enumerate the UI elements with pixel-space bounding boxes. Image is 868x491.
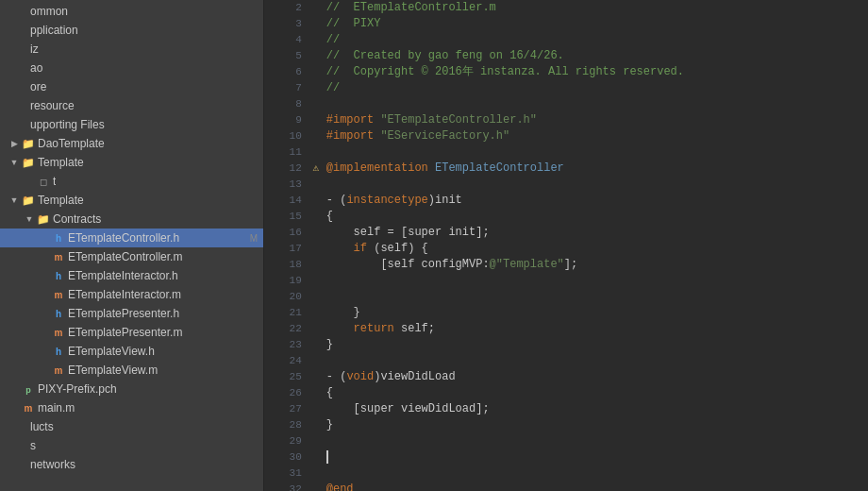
sidebar-item-template2[interactable]: ▼📁Template (0, 191, 263, 210)
line-number: 4 (264, 32, 309, 48)
code-content[interactable]: - (instancetype)init (323, 193, 868, 209)
code-line: 28} (264, 417, 868, 433)
code-content[interactable]: // Copyright © 2016年 instanza. All right… (323, 64, 868, 80)
code-content[interactable]: // PIXY (323, 16, 868, 32)
line-number: 5 (264, 48, 309, 64)
sidebar-item-common[interactable]: ommon (0, 2, 263, 21)
code-content[interactable]: self = [super init]; (323, 225, 868, 241)
sidebar-item-pixyprefixpch[interactable]: pPIXY-Prefix.pch (0, 380, 263, 398)
code-line: 21 } (264, 305, 868, 321)
line-number: 13 (264, 177, 309, 193)
warning-cell (309, 209, 323, 225)
code-content[interactable]: #import "ETemplateController.h" (323, 112, 868, 128)
code-content[interactable]: @implementation ETemplateController (323, 161, 868, 177)
code-content[interactable]: // (323, 32, 868, 48)
code-content[interactable] (323, 96, 868, 112)
sidebar-item-template1[interactable]: ▼📁Template (0, 153, 263, 172)
sidebar-item-mainm[interactable]: mmain.m (0, 398, 263, 417)
code-content[interactable]: - (void)viewDidLoad (323, 369, 868, 385)
m-icon: m (21, 403, 36, 414)
code-line: 8 (264, 96, 868, 112)
sidebar-item-etemplatectrlm[interactable]: mETemplateController.m (0, 247, 263, 266)
code-line: 31 (264, 466, 868, 482)
warning-cell (309, 48, 323, 64)
warning-cell (309, 433, 323, 449)
folder-open-icon: 📁 (21, 195, 36, 207)
sidebar-item-etemplateviewh[interactable]: hETemplateView.h (0, 342, 263, 361)
code-content[interactable] (323, 273, 868, 289)
line-number: 25 (264, 369, 309, 385)
sidebar-item-iz[interactable]: iz (0, 40, 263, 59)
sidebar-item-label: ommon (30, 5, 68, 18)
sidebar-item-s[interactable]: s (0, 436, 263, 455)
warning-cell (309, 32, 323, 48)
code-content[interactable]: @end (323, 482, 868, 491)
line-number: 19 (264, 273, 309, 289)
sidebar-item-t[interactable]: ◻t (0, 172, 263, 191)
code-content[interactable]: // (323, 80, 868, 96)
code-content[interactable] (323, 353, 868, 369)
sidebar-item-contracts[interactable]: ▼📁Contracts (0, 210, 263, 229)
sidebar-item-daotemplate[interactable]: ▶📁DaoTemplate (0, 134, 263, 153)
code-content[interactable] (323, 177, 868, 193)
code-content[interactable]: } (323, 337, 868, 353)
sidebar-item-label: iz (30, 42, 39, 56)
warning-cell (309, 449, 323, 466)
warning-cell (309, 64, 323, 80)
sidebar-item-resource[interactable]: resource (0, 96, 263, 115)
code-content[interactable] (323, 433, 868, 449)
line-number: 6 (264, 64, 309, 80)
code-content[interactable]: #import "EServiceFactory.h" (323, 128, 868, 144)
code-content[interactable]: // ETemplateController.m (323, 0, 868, 16)
sidebar-item-application[interactable]: pplication (0, 21, 263, 40)
file-icon: ◻ (36, 177, 51, 187)
code-content[interactable] (323, 144, 868, 161)
warning-cell (309, 128, 323, 144)
code-content[interactable]: } (323, 305, 868, 321)
code-editor[interactable]: 2// ETemplateController.m3// PIXY4//5// … (264, 0, 868, 491)
sidebar-item-ao[interactable]: ao (0, 59, 263, 77)
sidebar-item-etemplateinteractorh[interactable]: hETemplateInteractor.h (0, 266, 263, 285)
sidebar-item-etemplateviewm[interactable]: mETemplateView.m (0, 361, 263, 380)
code-table: 2// ETemplateController.m3// PIXY4//5// … (264, 0, 868, 491)
sidebar-item-etemplatepresenterh[interactable]: hETemplatePresenter.h (0, 304, 263, 323)
code-line: 25- (void)viewDidLoad (264, 369, 868, 385)
sidebar-item-lucts[interactable]: lucts (0, 417, 263, 436)
line-number: 23 (264, 337, 309, 353)
code-content[interactable] (323, 449, 868, 466)
code-content[interactable]: if (self) { (323, 241, 868, 257)
code-content[interactable]: [super viewDidLoad]; (323, 401, 868, 417)
code-line: 32@end (264, 482, 868, 491)
code-content[interactable]: { (323, 209, 868, 225)
code-content[interactable] (323, 289, 868, 305)
code-line: 5// Created by gao feng on 16/4/26. (264, 48, 868, 64)
code-content[interactable]: { (323, 385, 868, 401)
m-icon: m (51, 252, 66, 262)
h-icon: h (51, 271, 66, 281)
code-content[interactable]: [self configMVP:@"Template"]; (323, 257, 868, 273)
code-line: 3// PIXY (264, 16, 868, 32)
warning-cell (309, 112, 323, 128)
arrow-icon: ▶ (8, 139, 21, 148)
warning-cell (309, 337, 323, 353)
sidebar-item-label: PIXY-Prefix.pch (38, 382, 117, 396)
sidebar-item-etemplatectrlh[interactable]: hETemplateController.hM (0, 229, 263, 247)
warning-cell (309, 225, 323, 241)
warning-cell (309, 369, 323, 385)
code-content[interactable] (323, 466, 868, 482)
code-content[interactable]: // Created by gao feng on 16/4/26. (323, 48, 868, 64)
line-number: 24 (264, 353, 309, 369)
sidebar-item-ore[interactable]: ore (0, 77, 263, 96)
code-content[interactable]: } (323, 417, 868, 433)
line-number: 30 (264, 449, 309, 466)
sidebar-item-etemplatepresenterm[interactable]: mETemplatePresenter.m (0, 323, 263, 342)
sidebar-item-supporting[interactable]: upporting Files (0, 115, 263, 134)
sidebar-item-networks[interactable]: networks (0, 455, 263, 474)
folder-open-icon: 📁 (36, 213, 51, 226)
code-line: 27 [super viewDidLoad]; (264, 401, 868, 417)
warning-cell (309, 80, 323, 96)
sidebar-item-label: s (30, 439, 36, 452)
sidebar-item-etemplateinteractorm[interactable]: mETemplateInteractor.m (0, 285, 263, 304)
code-line: 22 return self; (264, 321, 868, 337)
code-content[interactable]: return self; (323, 321, 868, 337)
